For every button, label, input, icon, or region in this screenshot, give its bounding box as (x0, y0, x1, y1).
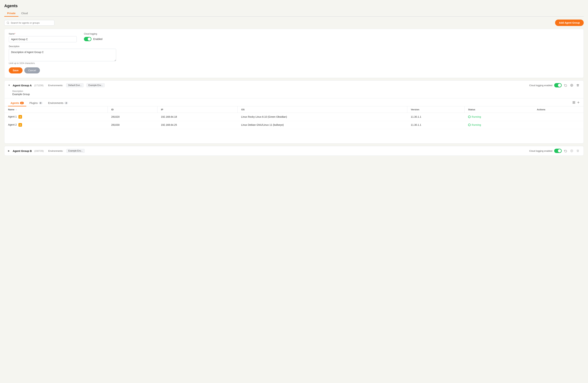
warning-icon-agent-2: ⚠ (19, 123, 22, 127)
svg-point-9 (571, 151, 572, 151)
tab-cloud[interactable]: Cloud (19, 10, 31, 17)
char-limit-note: Limit up to 1024 characters. (9, 62, 579, 65)
environments-label-a: Environments: (48, 84, 63, 87)
agent-1-os: Linux Rocky Linux 8.10 (Green Obsidian) (238, 113, 407, 121)
plugins-badge: 0 (39, 102, 42, 104)
table-row: Agent 1 ⚠ 281020 192.168.64.18 Linux Roc… (4, 113, 584, 121)
cloud-logging-toggle[interactable] (84, 37, 91, 41)
desc-section-label: Description (12, 90, 580, 92)
search-input[interactable] (11, 22, 52, 24)
group-card-b: ▶ Agent Group B (192720) Environments: E… (4, 146, 584, 156)
inner-tab-environments[interactable]: Environments 2 (46, 100, 71, 106)
environments-label-b: Environments: (48, 150, 63, 152)
agent-1-id: 281020 (107, 113, 157, 121)
table-row: Agent 2 ⚠ 281030 192.168.64.25 Linux Deb… (4, 121, 584, 129)
col-header-version: Version (407, 106, 464, 113)
cloud-logging-label: Cloud logging (84, 33, 102, 35)
refresh-icon-b[interactable] (564, 149, 568, 153)
add-agent-group-form: Name* Cloud logging Enabled Description … (4, 29, 584, 78)
settings-icon-b[interactable] (569, 149, 574, 153)
agent-2-id: 281030 (107, 121, 157, 129)
chevron-right-icon-b[interactable]: ▶ (8, 150, 11, 152)
group-header-b: ▶ Agent Group B (192720) Environments: E… (4, 146, 584, 156)
toggle-enabled-label: Enabled (93, 38, 102, 41)
search-box[interactable] (4, 20, 54, 26)
group-a-id: (171230) (34, 84, 43, 87)
refresh-icon-a[interactable] (564, 84, 568, 87)
environments-badge: 2 (64, 102, 68, 104)
cancel-button[interactable]: Cancel (24, 67, 40, 73)
add-agent-icon[interactable] (577, 101, 580, 105)
delete-icon-a[interactable] (576, 84, 580, 87)
name-input[interactable] (9, 36, 77, 42)
grid-view-icon[interactable] (572, 101, 575, 105)
agent-2-actions (533, 121, 584, 129)
svg-rect-6 (574, 103, 575, 104)
col-header-id: ID (107, 106, 157, 113)
col-header-actions: Actions (533, 106, 584, 113)
cloud-logging-toggle-b[interactable] (554, 149, 562, 153)
env-tag-b-0[interactable]: Example Env... (66, 149, 85, 153)
chevron-down-icon[interactable]: ▼ (8, 84, 11, 87)
delete-icon-b[interactable] (576, 149, 580, 153)
page-title: Agents (4, 3, 584, 8)
name-label: Name* (9, 33, 77, 35)
group-card-a: ▼ Agent Group A (171230) Environments: D… (4, 80, 584, 143)
env-tag-a-0[interactable]: Default Envi... (66, 83, 84, 87)
inner-tab-agents[interactable]: Agents 2 (8, 100, 26, 106)
cloud-log-label-b: Cloud logging enabled (529, 150, 552, 152)
agent-2-name: Agent 2 (8, 123, 17, 126)
svg-rect-5 (573, 103, 574, 104)
main-tabs: Private Cloud (4, 10, 584, 17)
agent-2-os: Linux Debian GNU/Linux 11 (bullseye) (238, 121, 407, 129)
description-input[interactable]: Description of Agent Group C (9, 49, 116, 61)
group-b-name: Agent Group B (13, 149, 32, 153)
desc-value-a: Example Group (12, 93, 580, 96)
agent-2-version: 11.30.1.1 (407, 121, 464, 129)
group-b-id: (192720) (34, 150, 44, 152)
svg-rect-4 (574, 101, 575, 102)
env-tag-a-1[interactable]: Example Env... (86, 83, 105, 87)
agent-1-version: 11.30.1.1 (407, 113, 464, 121)
agent-1-status: Running (468, 115, 530, 118)
agent-1-name: Agent 1 (8, 115, 17, 118)
col-header-name: Name ↑ (4, 106, 107, 113)
required-star: * (15, 33, 15, 35)
description-label: Description (9, 45, 579, 48)
inner-tab-plugins[interactable]: Plugins 0 (27, 100, 45, 106)
group-description-section-a: Description Example Group (4, 90, 584, 98)
agents-table-a: Name ↑ ID IP OS Version Status Actions A… (4, 106, 584, 129)
svg-rect-3 (573, 101, 574, 102)
col-header-status: Status (464, 106, 533, 113)
warning-icon-agent-1: ⚠ (19, 115, 22, 119)
svg-point-2 (571, 85, 572, 86)
agents-badge: 2 (20, 102, 24, 104)
agent-2-ip: 192.168.64.25 (157, 121, 237, 129)
group-a-name: Agent Group A (13, 84, 32, 87)
group-header-a: ▼ Agent Group A (171230) Environments: D… (4, 81, 584, 90)
toolbar: Add Agent Group (4, 20, 584, 26)
add-agent-group-button[interactable]: Add Agent Group (555, 20, 584, 26)
col-header-os: OS (238, 106, 407, 113)
agent-1-ip: 192.168.64.18 (157, 113, 237, 121)
save-button[interactable]: Save (9, 67, 22, 73)
status-dot-1 (468, 115, 471, 118)
agent-1-actions (533, 113, 584, 121)
tab-private[interactable]: Private (4, 10, 19, 17)
inner-tabs-bar-a: Agents 2 Plugins 0 Environments 2 (4, 98, 584, 106)
search-icon (7, 22, 9, 24)
sort-arrow-name: ↑ (16, 109, 17, 111)
status-dot-2 (468, 124, 471, 126)
cloud-logging-toggle-a[interactable] (554, 83, 562, 88)
settings-icon-a[interactable] (569, 84, 574, 87)
svg-line-1 (8, 23, 9, 24)
agent-2-status: Running (468, 123, 530, 126)
cloud-log-label-a: Cloud logging enabled (529, 84, 552, 87)
col-header-ip: IP (157, 106, 237, 113)
